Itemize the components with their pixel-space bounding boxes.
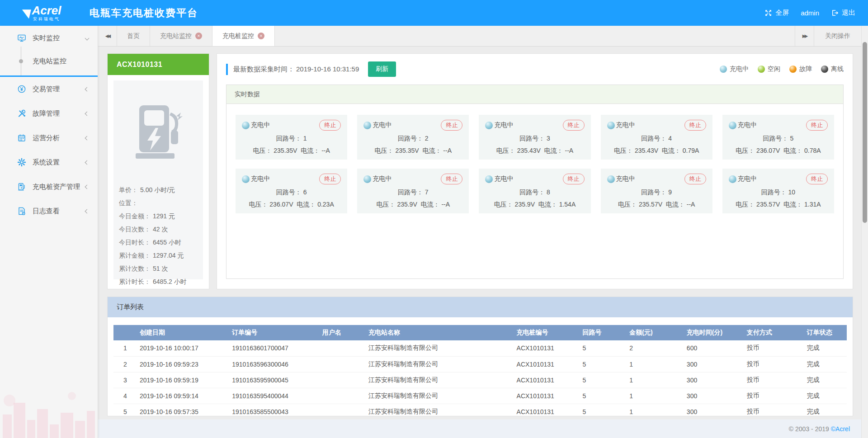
table-cell: ACX1010131 — [514, 372, 580, 388]
table-cell: 1 — [627, 356, 684, 372]
sidebar-subitem-label: 充电站监控 — [33, 57, 66, 66]
table-cell: 2 — [113, 356, 137, 372]
page-title: 电瓶车充电桩收费平台 — [90, 6, 198, 20]
pile-stat-row: 今日次数：42 次 — [119, 223, 198, 236]
circuit-card: 充电中终止回路号： 7电压： 235.9V 电流： --A — [357, 169, 469, 213]
tab-station-monitor[interactable]: 充电站监控 × — [150, 26, 212, 46]
terminate-button[interactable]: 终止 — [684, 174, 706, 184]
charging-status-icon — [607, 175, 615, 183]
terminate-button[interactable]: 终止 — [806, 120, 828, 131]
tabs-scroll-right-button[interactable]: ▶▶ — [795, 26, 814, 46]
current-value: 0.78A — [804, 147, 821, 154]
footer-brand-link[interactable]: ©Acrel — [831, 425, 850, 433]
current-value: --A — [565, 147, 574, 154]
voltage-value: 235.43V — [517, 147, 541, 154]
table-cell: 江苏安科瑞制造有限公司 — [366, 340, 514, 356]
current-label: 电流： — [541, 147, 565, 154]
table-cell: 300 — [684, 404, 744, 416]
fullscreen-label: 全屏 — [775, 9, 789, 17]
terminate-button[interactable]: 终止 — [563, 174, 585, 184]
terminate-button[interactable]: 终止 — [319, 120, 341, 131]
circuit-card-header: 充电中终止 — [242, 120, 341, 131]
sidebar-item-realtime-monitor[interactable]: 实时监控 — [0, 26, 98, 50]
table-cell: 江苏安科瑞制造有限公司 — [366, 388, 514, 404]
circuit-status-label: 充电中 — [251, 175, 270, 183]
terminate-button[interactable]: 终止 — [806, 174, 828, 184]
chevron-left-icon — [85, 209, 90, 213]
orders-col-header: 金额(元) — [627, 325, 684, 340]
table-cell: 完成 — [804, 340, 847, 356]
refresh-button[interactable]: 刷新 — [368, 61, 396, 77]
pile-info-card: ACX1010131 — [107, 53, 209, 289]
terminate-button[interactable]: 终止 — [319, 174, 341, 184]
realtime-panel-title: 实时数据 — [226, 85, 843, 104]
voltage-label: 电压： — [494, 201, 515, 208]
table-cell — [320, 388, 366, 404]
circuit-number: 回路号： 2 — [363, 135, 462, 143]
user-menu[interactable]: admin — [801, 9, 819, 17]
voltage-label: 电压： — [376, 201, 397, 208]
close-operations-dropdown[interactable]: 关闭操作 — [814, 26, 861, 46]
charging-status-icon — [485, 122, 493, 129]
table-cell: 投币 — [744, 340, 804, 356]
sidebar-item-settings[interactable]: 系统设置 — [0, 150, 98, 174]
sidebar-item-analytics[interactable]: 运营分析 — [0, 126, 98, 150]
sidebar-item-label: 实时监控 — [33, 34, 60, 42]
table-cell: 2019-10-16 09:59:19 — [137, 372, 229, 388]
current-value: 0.79A — [683, 147, 699, 154]
realtime-monitor-submenu: 充电站监控 — [0, 50, 98, 77]
circuit-readings: 电压： 235.35V 电流： --A — [242, 147, 341, 155]
circuit-readings: 电压： 235.43V 电流： 0.79A — [607, 147, 706, 155]
circuit-readings: 电压： 236.07V 电流： 0.23A — [242, 201, 341, 209]
app-footer: © 2003 - 2019 ©Acrel — [98, 419, 861, 438]
tabs-scroll-left-button[interactable]: ◀◀ — [98, 26, 117, 46]
table-row: 12019-10-16 10:00:171910163601700047江苏安科… — [113, 340, 847, 356]
log-icon — [17, 207, 26, 216]
fullscreen-button[interactable]: 全屏 — [764, 9, 789, 17]
tab-pile-monitor[interactable]: 充电桩监控 × — [212, 26, 275, 46]
voltage-value: 235.35V — [395, 147, 419, 154]
circuit-card-header: 充电中终止 — [485, 174, 584, 184]
vertical-scrollbar[interactable] — [861, 26, 868, 438]
current-label: 电流： — [419, 147, 443, 154]
sidebar-item-transactions[interactable]: 交易管理 — [0, 77, 98, 101]
tab-close-icon[interactable]: × — [195, 33, 202, 39]
table-cell: 1 — [627, 388, 684, 404]
table-cell: 300 — [684, 356, 744, 372]
voltage-label: 电压： — [614, 147, 635, 154]
orders-card: 订单列表 创建日期订单编号用户名充电站名称充电桩编号回路号金额(元)充电时间(分… — [107, 297, 853, 416]
sidebar-subitem-station-monitor[interactable]: 充电站监控 — [0, 51, 98, 71]
table-cell: 600 — [684, 340, 744, 356]
tab-home[interactable]: 首页 — [117, 26, 150, 46]
orders-col-header: 订单状态 — [804, 325, 847, 340]
status-blue-icon — [720, 66, 727, 73]
pile-stat-row: 累计金额：1297.04 元 — [119, 249, 198, 262]
terminate-button[interactable]: 终止 — [441, 120, 462, 131]
stat-value: 5.00 小时/元 — [140, 186, 175, 193]
sidebar-item-faults[interactable]: 故障管理 — [0, 101, 98, 126]
username: admin — [801, 9, 819, 17]
table-row: 32019-10-16 09:59:191910163595900045江苏安科… — [113, 372, 847, 388]
sidebar-item-pile-assets[interactable]: 充电桩资产管理 — [0, 174, 98, 199]
sidebar-item-label: 交易管理 — [33, 85, 60, 94]
terminate-button[interactable]: 终止 — [684, 120, 706, 131]
fault-icon — [17, 109, 26, 118]
collect-time-text: 最新数据采集时间：2019-10-16 10:31:59 — [233, 65, 359, 74]
table-cell: 4 — [113, 388, 137, 404]
terminate-button[interactable]: 终止 — [563, 120, 585, 131]
table-cell: 1910163596300046 — [229, 356, 320, 372]
legend-label: 充电中 — [730, 65, 749, 73]
collect-time-label: 最新数据采集时间： — [233, 65, 294, 73]
terminate-button[interactable]: 终止 — [441, 174, 462, 184]
sidebar-item-logs[interactable]: 日志查看 — [0, 199, 98, 223]
table-cell: ACX1010131 — [514, 340, 580, 356]
current-value: --A — [321, 147, 330, 154]
stat-label: 累计次数： — [119, 265, 151, 272]
circuit-number: 回路号： 6 — [242, 188, 341, 197]
scrollbar-thumb[interactable] — [863, 42, 867, 223]
logout-button[interactable]: 退出 — [831, 9, 855, 17]
tab-close-icon[interactable]: × — [258, 33, 264, 39]
table-cell: 2 — [627, 340, 684, 356]
table-cell: 1910163595400044 — [229, 388, 320, 404]
scroll-left-icon: ◀◀ — [105, 33, 109, 38]
